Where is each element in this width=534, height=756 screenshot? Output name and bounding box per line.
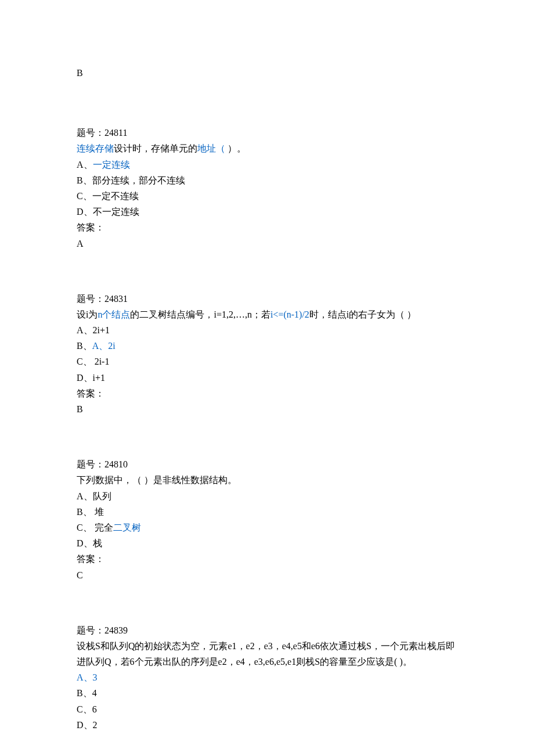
question-option: A、队列 (77, 488, 459, 504)
option-label: C、 (77, 523, 92, 532)
answer-label: 答案： (77, 551, 459, 567)
question-option: C、6 (77, 701, 459, 717)
option-text: 队列 (93, 491, 111, 501)
option-text: 2i+1 (93, 325, 110, 335)
stem-link-text[interactable]: n个结点 (98, 309, 130, 319)
stem-text: 设栈S和队列Q的初始状态为空，元素e1，e2，e3，e4,e5和e6依次通过栈S… (77, 641, 455, 667)
question-option: A、一定连续 (77, 157, 459, 172)
stem-text: 设计时，存储单元的 (114, 143, 197, 153)
stem-text: 时，结点i的右子女为（ ） (309, 309, 416, 319)
document-page: B 题号：24811连续存储设计时，存储单元的地址（ ）。A、一定连续B、部分连… (0, 0, 534, 733)
stem-link-text[interactable]: i<=(n-1)/2 (270, 309, 309, 319)
question-header-label: 题号： (77, 625, 104, 635)
option-text: 部分连续，部分不连续 (92, 175, 185, 185)
question-option: A、3 (77, 669, 459, 685)
stem-text: ）。 (228, 143, 246, 153)
option-text: 6 (92, 704, 97, 714)
question-header-label: 题号： (77, 128, 104, 138)
option-text: 4 (92, 688, 97, 698)
question-option: C、 完全二叉树 (77, 520, 459, 535)
question-block: 题号：24839设栈S和队列Q的初始状态为空，元素e1，e2，e3，e4,e5和… (77, 622, 459, 733)
option-text: 2i-1 (92, 357, 110, 366)
question-id: 24831 (104, 294, 128, 304)
option-link-text[interactable]: 一定连续 (93, 160, 130, 170)
option-text: 堆 (92, 507, 104, 517)
stem-text: 设i为 (77, 309, 98, 319)
option-label: D、 (77, 207, 93, 217)
option-label: D、 (77, 720, 93, 730)
question-option: C、一定不连续 (77, 188, 459, 204)
option-link-text[interactable]: A、3 (77, 672, 98, 682)
option-label: A、 (77, 325, 93, 335)
stem-link-text[interactable]: 连续存储 (77, 143, 114, 153)
answer-label: 答案： (77, 386, 459, 401)
answer-value: B (77, 401, 459, 417)
option-label: B、 (77, 341, 92, 351)
option-label: C、 (77, 357, 92, 366)
question-option: D、栈 (77, 535, 459, 551)
question-option: B、 堆 (77, 504, 459, 520)
option-label: A、 (77, 160, 93, 170)
question-stem: 设i为n个结点的二叉树结点编号，i=1,2,…,n；若i<=(n-1)/2时，结… (77, 307, 459, 322)
option-label: C、 (77, 191, 92, 201)
answer-value: A (77, 236, 459, 251)
question-header: 题号：24811 (77, 125, 459, 141)
question-block: 题号：24811连续存储设计时，存储单元的地址（ ）。A、一定连续B、部分连续，… (77, 125, 459, 251)
option-label: C、 (77, 704, 92, 714)
option-text: 2 (93, 720, 98, 730)
question-id: 24810 (104, 459, 128, 469)
question-block: 题号：24831设i为n个结点的二叉树结点编号，i=1,2,…,n；若i<=(n… (77, 291, 459, 417)
question-option: D、2 (77, 717, 459, 733)
option-label: B、 (77, 507, 92, 517)
answer-label: 答案： (77, 219, 459, 235)
question-id: 24839 (104, 625, 128, 635)
option-link-text[interactable]: A、2i (92, 341, 116, 351)
option-label: D、 (77, 538, 93, 548)
option-label: B、 (77, 688, 92, 698)
question-id: 24811 (104, 128, 127, 138)
question-option: B、4 (77, 685, 459, 701)
question-header-label: 题号： (77, 294, 104, 304)
option-text: i+1 (93, 373, 105, 383)
option-text: 一定不连续 (92, 191, 139, 201)
question-option: B、A、2i (77, 338, 459, 354)
question-header: 题号：24839 (77, 622, 459, 638)
question-block: 题号：24810下列数据中，（ ）是非线性数据结构。A、队列B、 堆C、 完全二… (77, 456, 459, 583)
previous-answer: B (77, 65, 459, 81)
option-label: A、 (77, 491, 93, 501)
option-text: 不一定连续 (93, 207, 139, 217)
question-option: D、不一定连续 (77, 204, 459, 219)
option-text: 栈 (93, 538, 102, 548)
option-text: 完全 (92, 523, 113, 532)
stem-link-text[interactable]: 地址（ (197, 143, 225, 153)
question-header-label: 题号： (77, 459, 104, 469)
question-header: 题号：24810 (77, 456, 459, 472)
stem-text: 下列数据中，（ ）是非线性数据结构。 (77, 475, 237, 485)
answer-value: C (77, 567, 459, 583)
questions-container: 题号：24811连续存储设计时，存储单元的地址（ ）。A、一定连续B、部分连续，… (77, 125, 459, 733)
question-option: A、2i+1 (77, 322, 459, 338)
question-option: D、i+1 (77, 370, 459, 386)
option-label: D、 (77, 373, 93, 383)
question-stem: 设栈S和队列Q的初始状态为空，元素e1，e2，e3，e4,e5和e6依次通过栈S… (77, 638, 459, 669)
question-option: C、 2i-1 (77, 354, 459, 369)
option-label: B、 (77, 175, 92, 185)
stem-text: 的二叉树结点编号，i=1,2,…,n；若 (130, 309, 270, 319)
question-header: 题号：24831 (77, 291, 459, 307)
question-stem: 下列数据中，（ ）是非线性数据结构。 (77, 472, 459, 488)
question-option: B、部分连续，部分不连续 (77, 172, 459, 188)
question-stem: 连续存储设计时，存储单元的地址（ ）。 (77, 141, 459, 156)
option-link-text[interactable]: 二叉树 (113, 523, 141, 532)
